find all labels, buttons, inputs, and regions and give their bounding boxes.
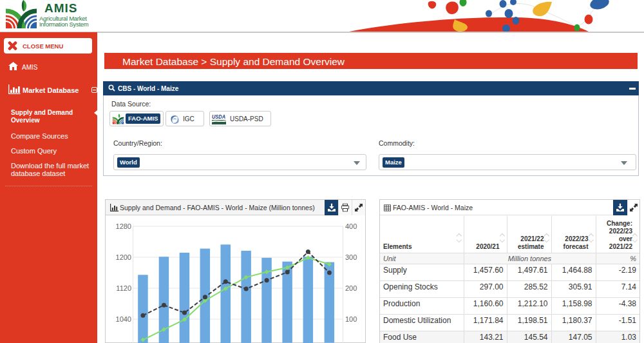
svg-text:300: 300 — [345, 253, 357, 261]
svg-text:400: 400 — [345, 222, 357, 230]
svg-text:1120: 1120 — [116, 284, 131, 292]
svg-text:1280: 1280 — [116, 222, 131, 230]
svg-text:1200: 1200 — [116, 253, 131, 261]
svg-text:USDA: USDA — [212, 113, 225, 120]
svg-text:1040: 1040 — [116, 315, 131, 323]
svg-text:100: 100 — [345, 315, 357, 323]
svg-text:200: 200 — [345, 284, 357, 292]
